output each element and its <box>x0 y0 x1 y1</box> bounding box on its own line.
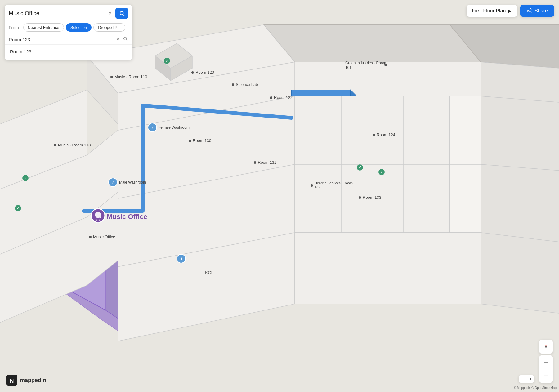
svg-rect-103 <box>522 379 531 379</box>
chevron-right-icon: ▶ <box>508 8 512 13</box>
svg-text:✓: ✓ <box>17 206 20 210</box>
svg-text:N: N <box>10 378 14 384</box>
scale-bar <box>519 375 534 383</box>
mappedin-logo: N mappedin. <box>6 375 48 386</box>
room-clear-button[interactable]: × <box>116 37 120 42</box>
room-search-button[interactable] <box>122 36 128 42</box>
room-suggestion-item[interactable]: Room 123 <box>10 48 127 56</box>
svg-marker-47 <box>481 233 559 313</box>
share-button[interactable]: Share <box>520 5 554 17</box>
svg-point-82 <box>359 196 361 199</box>
svg-point-96 <box>527 10 529 12</box>
dropped-pin-option[interactable]: Dropped Pin <box>93 23 125 32</box>
svg-text:132: 132 <box>315 185 320 189</box>
svg-point-76 <box>254 161 256 164</box>
room-search-row: × <box>5 34 132 44</box>
svg-point-74 <box>373 134 375 136</box>
svg-text:Room 131: Room 131 <box>258 160 276 165</box>
svg-point-64 <box>270 96 272 99</box>
bottom-right-controls: + − <box>539 340 553 383</box>
svg-text:Music Office: Music Office <box>93 234 115 239</box>
svg-text:♀: ♀ <box>151 125 154 130</box>
svg-rect-105 <box>530 378 531 380</box>
svg-line-99 <box>529 10 530 11</box>
svg-point-95 <box>530 9 532 10</box>
svg-marker-46 <box>295 233 481 304</box>
room-suggestion-dropdown: Room 123 <box>5 44 132 60</box>
mappedin-logo-text: mappedin. <box>20 377 48 384</box>
svg-rect-104 <box>522 378 522 380</box>
compass-icon <box>542 342 550 351</box>
search-icon <box>119 11 125 16</box>
svg-text:Music - Room 113: Music - Room 113 <box>58 143 91 147</box>
clear-button[interactable]: × <box>107 10 113 17</box>
search-header: × <box>5 5 132 22</box>
selection-option[interactable]: Selection <box>66 23 92 32</box>
room-search-icon <box>123 36 128 41</box>
top-right-controls: First Floor Plan ▶ Share <box>467 5 554 17</box>
svg-marker-4 <box>481 62 559 102</box>
svg-marker-33 <box>481 164 559 242</box>
svg-text:Green Industries - Room: Green Industries - Room <box>345 61 386 65</box>
svg-text:Music Office: Music Office <box>107 213 147 220</box>
svg-point-79 <box>311 184 313 187</box>
svg-point-84 <box>89 236 92 238</box>
svg-text:Room 130: Room 130 <box>193 138 211 143</box>
svg-text:Science Lab: Science Lab <box>236 82 258 87</box>
compass-button[interactable] <box>539 340 553 354</box>
floor-plan-label: First Floor Plan <box>472 8 506 14</box>
nearest-entrance-option[interactable]: Nearest Entrance <box>23 23 64 32</box>
svg-text:KCI: KCI <box>205 270 212 275</box>
svg-text:Room 122: Room 122 <box>274 95 293 100</box>
svg-text:Room 120: Room 120 <box>195 70 214 75</box>
svg-text:✓: ✓ <box>358 165 361 170</box>
svg-text:Female Washroom: Female Washroom <box>158 125 190 130</box>
zoom-in-button[interactable]: + <box>539 355 553 369</box>
share-label: Share <box>534 8 548 14</box>
search-title-input[interactable] <box>9 10 105 17</box>
mappedin-logo-icon: N <box>6 375 17 386</box>
svg-text:✓: ✓ <box>165 59 168 63</box>
svg-text:Room 124: Room 124 <box>377 132 395 137</box>
svg-point-62 <box>232 83 234 86</box>
svg-text:101: 101 <box>345 65 351 70</box>
zoom-out-button[interactable]: − <box>539 369 553 383</box>
from-row: From: Nearest Entrance Selection Dropped… <box>5 22 132 34</box>
svg-text:♂: ♂ <box>111 180 115 185</box>
svg-point-60 <box>110 76 113 78</box>
svg-text:✓: ✓ <box>24 176 27 180</box>
scale-bar-icon <box>522 377 531 381</box>
svg-point-102 <box>545 346 547 347</box>
svg-line-92 <box>123 14 124 16</box>
search-button[interactable] <box>115 8 128 19</box>
svg-marker-38 <box>450 164 481 233</box>
svg-line-94 <box>126 40 127 41</box>
svg-line-98 <box>529 11 530 12</box>
svg-point-58 <box>191 71 194 74</box>
room-search-input[interactable] <box>9 37 113 42</box>
svg-text:Music - Room 110: Music - Room 110 <box>114 74 147 79</box>
svg-point-72 <box>54 144 56 146</box>
zoom-controls: + − <box>539 355 553 383</box>
svg-point-97 <box>530 12 532 13</box>
floor-plan-button[interactable]: First Floor Plan ▶ <box>467 5 517 17</box>
svg-point-70 <box>189 140 191 142</box>
from-label: From: <box>9 25 20 30</box>
svg-text:Hearing Services - Room: Hearing Services - Room <box>315 181 353 185</box>
svg-text:⏸: ⏸ <box>179 257 183 261</box>
svg-text:Room 133: Room 133 <box>363 195 381 200</box>
svg-point-89 <box>95 212 101 218</box>
map-container: ✓ <box>0 0 559 392</box>
svg-marker-27 <box>481 96 559 171</box>
svg-text:Male Washroom: Male Washroom <box>119 180 146 185</box>
svg-marker-1 <box>264 25 481 62</box>
search-panel: × From: Nearest Entrance Selection Dropp… <box>5 5 132 60</box>
svg-text:✓: ✓ <box>380 170 383 174</box>
share-icon <box>526 8 532 14</box>
attribution-text: © Mappedin © OpenStreetMap <box>514 386 557 390</box>
svg-marker-37 <box>450 96 481 164</box>
